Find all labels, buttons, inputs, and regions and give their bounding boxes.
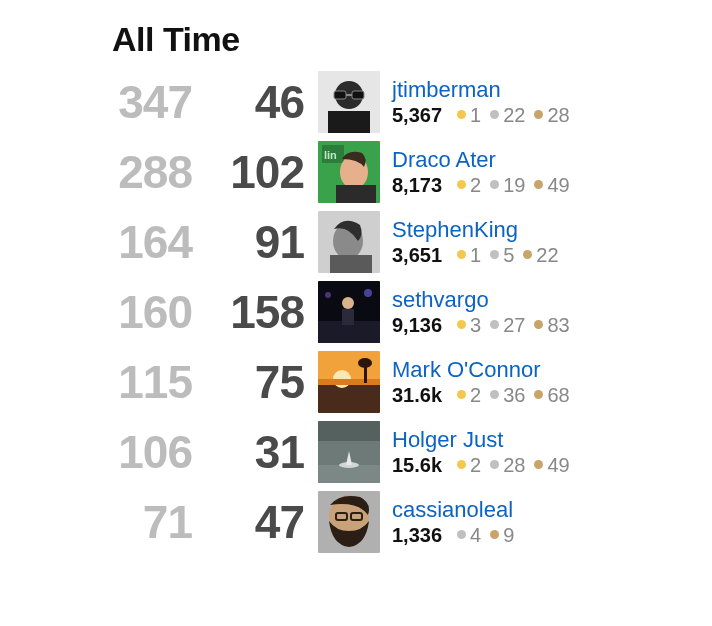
user-row: 288102Draco Ater8,17321949 — [40, 137, 672, 207]
user-stats: 15.6k22849 — [392, 454, 570, 477]
score-total: 158 — [198, 285, 318, 339]
score-period: 288 — [40, 145, 198, 199]
avatar[interactable] — [318, 141, 380, 203]
user-row: 7147cassianoleal1,33649 — [40, 487, 672, 557]
user-stats: 5,36712228 — [392, 104, 570, 127]
bronze-badge-icon — [534, 320, 543, 329]
username-link[interactable]: jtimberman — [392, 77, 570, 102]
user-stats: 8,17321949 — [392, 174, 570, 197]
bronze-badge-icon — [534, 180, 543, 189]
silver-badge-count: 28 — [503, 454, 525, 477]
user-list: 34746jtimberman5,36712228288102Draco Ate… — [40, 67, 672, 557]
user-row: 10631Holger Just15.6k22849 — [40, 417, 672, 487]
reputation: 3,651 — [392, 244, 442, 267]
avatar[interactable] — [318, 491, 380, 553]
silver-badge-icon — [490, 320, 499, 329]
reputation: 31.6k — [392, 384, 442, 407]
user-info: cassianoleal1,33649 — [392, 497, 514, 547]
gold-badge-icon — [457, 250, 466, 259]
avatar[interactable] — [318, 421, 380, 483]
score-period: 115 — [40, 355, 198, 409]
user-info: StephenKing3,6511522 — [392, 217, 559, 267]
gold-badge-icon — [457, 320, 466, 329]
gold-badge-count: 2 — [470, 454, 481, 477]
silver-badge-icon — [490, 460, 499, 469]
bronze-badge-icon — [534, 390, 543, 399]
user-info: Holger Just15.6k22849 — [392, 427, 570, 477]
section-title: All Time — [112, 20, 672, 59]
silver-badge-count: 27 — [503, 314, 525, 337]
user-row: 34746jtimberman5,36712228 — [40, 67, 672, 137]
score-period: 160 — [40, 285, 198, 339]
gold-badge-count: 2 — [470, 174, 481, 197]
user-stats: 31.6k23668 — [392, 384, 570, 407]
gold-badge-icon — [457, 390, 466, 399]
gold-badge-count: 1 — [470, 244, 481, 267]
user-info: Draco Ater8,17321949 — [392, 147, 570, 197]
bronze-badge-icon — [523, 250, 532, 259]
username-link[interactable]: StephenKing — [392, 217, 559, 242]
gold-badge-count: 3 — [470, 314, 481, 337]
user-row: 16491StephenKing3,6511522 — [40, 207, 672, 277]
score-period: 164 — [40, 215, 198, 269]
silver-badge-count: 5 — [503, 244, 514, 267]
silver-badge-count: 36 — [503, 384, 525, 407]
silver-badge-icon — [490, 110, 499, 119]
gold-badge-count: 2 — [470, 384, 481, 407]
gold-badge-count: 1 — [470, 104, 481, 127]
bronze-badge-count: 49 — [547, 454, 569, 477]
silver-badge-count: 22 — [503, 104, 525, 127]
username-link[interactable]: sethvargo — [392, 287, 570, 312]
reputation: 1,336 — [392, 524, 442, 547]
bronze-badge-icon — [490, 530, 499, 539]
user-info: jtimberman5,36712228 — [392, 77, 570, 127]
user-info: Mark O'Connor31.6k23668 — [392, 357, 570, 407]
bronze-badge-count: 22 — [536, 244, 558, 267]
gold-badge-icon — [457, 460, 466, 469]
username-link[interactable]: Draco Ater — [392, 147, 570, 172]
score-total: 75 — [198, 355, 318, 409]
user-stats: 3,6511522 — [392, 244, 559, 267]
score-period: 71 — [40, 495, 198, 549]
avatar[interactable] — [318, 71, 380, 133]
bronze-badge-count: 9 — [503, 524, 514, 547]
bronze-badge-count: 68 — [547, 384, 569, 407]
silver-badge-count: 19 — [503, 174, 525, 197]
avatar[interactable] — [318, 211, 380, 273]
score-total: 91 — [198, 215, 318, 269]
bronze-badge-count: 49 — [547, 174, 569, 197]
gold-badge-icon — [457, 110, 466, 119]
bronze-badge-icon — [534, 110, 543, 119]
silver-badge-icon — [490, 180, 499, 189]
reputation: 15.6k — [392, 454, 442, 477]
score-total: 47 — [198, 495, 318, 549]
user-row: 11575Mark O'Connor31.6k23668 — [40, 347, 672, 417]
silver-badge-icon — [457, 530, 466, 539]
silver-badge-icon — [490, 250, 499, 259]
silver-badge-count: 4 — [470, 524, 481, 547]
reputation: 9,136 — [392, 314, 442, 337]
bronze-badge-icon — [534, 460, 543, 469]
score-total: 102 — [198, 145, 318, 199]
silver-badge-icon — [490, 390, 499, 399]
score-period: 347 — [40, 75, 198, 129]
avatar[interactable] — [318, 281, 380, 343]
user-stats: 1,33649 — [392, 524, 514, 547]
reputation: 8,173 — [392, 174, 442, 197]
username-link[interactable]: Mark O'Connor — [392, 357, 570, 382]
user-row: 160158sethvargo9,13632783 — [40, 277, 672, 347]
bronze-badge-count: 83 — [547, 314, 569, 337]
gold-badge-icon — [457, 180, 466, 189]
bronze-badge-count: 28 — [547, 104, 569, 127]
score-total: 31 — [198, 425, 318, 479]
reputation: 5,367 — [392, 104, 442, 127]
score-total: 46 — [198, 75, 318, 129]
username-link[interactable]: cassianoleal — [392, 497, 514, 522]
avatar[interactable] — [318, 351, 380, 413]
user-stats: 9,13632783 — [392, 314, 570, 337]
user-info: sethvargo9,13632783 — [392, 287, 570, 337]
username-link[interactable]: Holger Just — [392, 427, 570, 452]
score-period: 106 — [40, 425, 198, 479]
